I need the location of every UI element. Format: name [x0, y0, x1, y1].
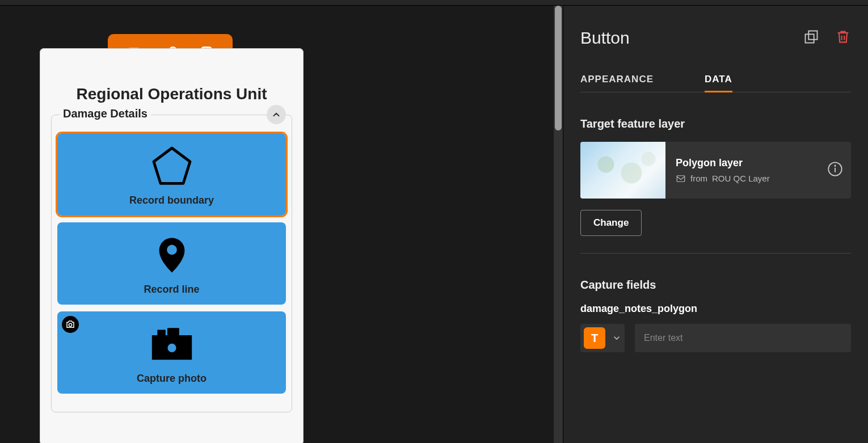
section-target-layer: Target feature layer — [580, 117, 851, 130]
svg-rect-7 — [167, 328, 179, 336]
panel-title: Button — [580, 28, 630, 48]
field-text-input[interactable] — [635, 324, 851, 352]
group-label: Damage Details — [60, 107, 151, 120]
pin-icon — [149, 233, 195, 278]
divider — [580, 253, 851, 254]
scrollbar[interactable] — [554, 6, 563, 443]
properties-panel: Button APPEARANCE DATA Target feature la… — [563, 6, 868, 443]
layer-card: Polygon layer from ROU QC Layer — [580, 142, 851, 199]
layer-source-prefix: from — [690, 174, 707, 183]
field-type-picker[interactable]: T — [580, 324, 625, 352]
layer-source: from ROU QC Layer — [676, 174, 817, 184]
group-damage-details: Damage Details Record boundary Rec — [51, 115, 292, 412]
duplicate-button[interactable] — [803, 29, 819, 47]
tab-data[interactable]: DATA — [705, 68, 732, 92]
layer-thumbnail — [580, 142, 665, 199]
layer-name: Polygon layer — [676, 157, 817, 169]
svg-point-4 — [69, 323, 71, 326]
card-label: Capture photo — [137, 373, 207, 385]
layer-source-name: ROU QC Layer — [712, 174, 770, 183]
svg-point-16 — [835, 165, 835, 166]
card-capture-photo[interactable]: Capture photo — [57, 311, 286, 394]
camera-large-icon — [149, 322, 195, 367]
panel-header: Button — [580, 28, 851, 48]
card-label: Record line — [144, 284, 199, 296]
card-label: Record boundary — [129, 195, 214, 206]
svg-rect-11 — [808, 31, 817, 40]
trash-icon — [835, 29, 851, 45]
change-button[interactable]: Change — [580, 210, 642, 236]
card-record-boundary[interactable]: Record boundary — [57, 133, 286, 216]
svg-point-3 — [167, 245, 177, 255]
type-swatch: T — [584, 327, 605, 349]
camera-icon — [65, 319, 75, 330]
camera-badge — [62, 316, 79, 333]
chevron-up-icon — [271, 109, 281, 120]
canvas: Regional Operations Unit Damage Details … — [0, 6, 563, 443]
preview-title: Regional Operations Unit — [40, 85, 304, 103]
type-dropdown-toggle[interactable] — [609, 324, 625, 352]
pentagon-icon — [149, 144, 195, 189]
field-name: damage_notes_polygon — [580, 303, 851, 315]
tabs: APPEARANCE DATA — [580, 68, 851, 92]
field-row: T — [580, 324, 851, 352]
info-button[interactable] — [827, 161, 843, 179]
top-bar — [0, 0, 868, 6]
card-record-line[interactable]: Record line — [57, 222, 286, 305]
delete-button[interactable] — [835, 29, 851, 47]
tab-appearance[interactable]: APPEARANCE — [580, 68, 654, 92]
chevron-down-icon — [612, 334, 621, 343]
app-preview: Regional Operations Unit Damage Details … — [40, 48, 304, 443]
svg-rect-6 — [157, 330, 165, 336]
layer-info: Polygon layer from ROU QC Layer — [665, 157, 827, 184]
section-capture-fields: Capture fields — [580, 279, 851, 292]
svg-rect-12 — [806, 34, 814, 43]
envelope-icon — [676, 174, 686, 184]
info-icon — [827, 161, 843, 177]
svg-rect-13 — [677, 175, 685, 182]
collapse-button[interactable] — [267, 105, 286, 124]
duplicate-icon — [803, 29, 819, 45]
main: Regional Operations Unit Damage Details … — [0, 6, 868, 443]
svg-marker-2 — [154, 148, 190, 183]
